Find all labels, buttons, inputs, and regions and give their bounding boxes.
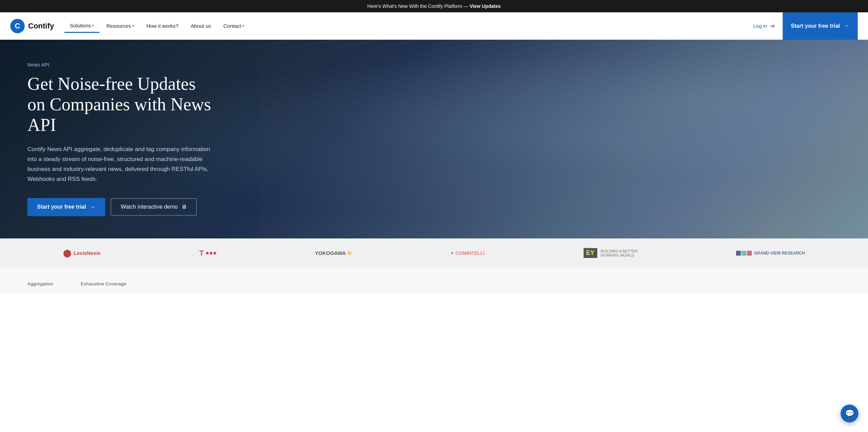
- nav-item-solutions[interactable]: Solutions ▾: [64, 19, 100, 33]
- grandview-icon: [736, 251, 741, 256]
- start-trial-button[interactable]: Start your free trial →: [27, 198, 105, 216]
- chevron-down-icon: ▾: [242, 24, 244, 28]
- banner-link[interactable]: View Updates: [469, 3, 501, 9]
- nav-links: Solutions ▾ Resources ▾ How it works? Ab…: [64, 19, 749, 33]
- hero-title: Get Noise-free Updates on Companies with…: [27, 74, 212, 135]
- logo-yokogawa: YOKOGAWA: [315, 250, 351, 256]
- logo-name: Contify: [28, 22, 54, 30]
- hero-label: News API: [27, 62, 212, 67]
- login-icon: ⇥: [769, 22, 774, 30]
- nav-item-resources[interactable]: Resources ▾: [101, 20, 139, 32]
- grandview-icon3: [747, 251, 752, 256]
- logo-grandview: GRAND VIEW RESEARCH: [736, 251, 805, 256]
- hero-content: News API Get Noise-free Updates on Compa…: [0, 41, 240, 237]
- coverage-label: Exhaustive Coverage: [81, 281, 126, 286]
- banner-text: Here's What's New With the Contify Platf…: [367, 3, 470, 9]
- logos-bar: ⬤ LexisNexis T YOKOGAWA ✦ COMINTELLI EY …: [0, 238, 868, 268]
- bottom-section: Aggregation Exhaustive Coverage: [0, 268, 868, 293]
- aggregation-label: Aggregation: [27, 281, 53, 286]
- tmobile-dot: [213, 252, 216, 255]
- nav-actions: Log in ⇥ Start your free trial →: [749, 12, 858, 40]
- logo-icon: C: [10, 19, 25, 33]
- logo-lexisnexis: ⬤ LexisNexis: [63, 249, 100, 258]
- login-button[interactable]: Log in ⇥: [749, 20, 779, 33]
- logo-comintelli: ✦ COMINTELLI: [450, 250, 485, 256]
- nav-cta-button[interactable]: Start your free trial →: [783, 12, 858, 40]
- navbar: C Contify Solutions ▾ Resources ▾ How it…: [0, 12, 868, 40]
- nav-item-about-us[interactable]: About us: [185, 20, 217, 32]
- logo-tmobile: T: [199, 249, 216, 258]
- tmobile-dot: [210, 252, 212, 255]
- lexisnexis-icon: ⬤: [63, 249, 72, 258]
- chevron-down-icon: ▾: [132, 24, 134, 28]
- bottom-col-aggregation: Aggregation: [27, 281, 53, 286]
- logo-link[interactable]: C Contify: [10, 19, 54, 33]
- grandview-icon2: [742, 251, 746, 256]
- login-label: Log in: [753, 23, 767, 29]
- yokogawa-diamond-icon: [347, 250, 352, 255]
- arrow-right-icon: →: [843, 22, 849, 29]
- watch-demo-button[interactable]: Watch interactive demo 🖥: [111, 198, 197, 215]
- tmobile-dot: [206, 252, 209, 255]
- chevron-down-icon: ▾: [92, 24, 94, 27]
- nav-item-contact[interactable]: Contact ▾: [218, 20, 250, 32]
- hero-section: News API Get Noise-free Updates on Compa…: [0, 40, 868, 238]
- monitor-icon: 🖥: [181, 204, 187, 210]
- logo-ey: EY BUILDING A BETTERWORKING WORLD: [584, 248, 638, 258]
- top-banner: Here's What's New With the Contify Platf…: [0, 0, 868, 12]
- hero-description: Contify News API aggregate, deduplicate …: [27, 145, 212, 184]
- nav-item-how-it-works[interactable]: How it works?: [141, 20, 184, 32]
- hero-buttons: Start your free trial → Watch interactiv…: [27, 198, 212, 216]
- tmobile-dots: [206, 252, 216, 255]
- arrow-right-icon: →: [89, 203, 96, 211]
- bottom-col-coverage: Exhaustive Coverage: [81, 281, 126, 286]
